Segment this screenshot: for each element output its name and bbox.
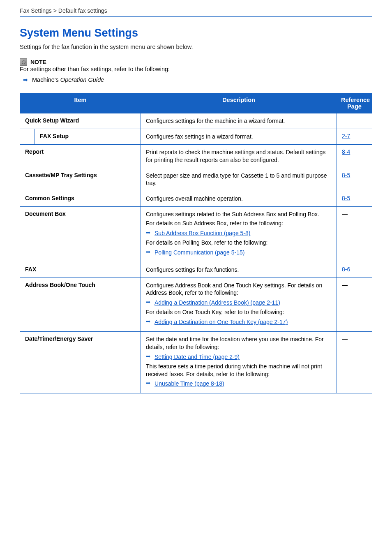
docbox-line1: Configures settings related to the Sub A…	[146, 210, 332, 218]
desc-quick-setup: Configures settings for the machine in a…	[141, 113, 337, 129]
settings-table: Item Description Reference Page Quick Se…	[20, 93, 372, 393]
table-row: Cassette/MP Tray Settings Select paper s…	[20, 168, 372, 191]
item-docbox: Document Box	[20, 207, 141, 262]
item-common: Common Settings	[20, 191, 141, 207]
note-icon	[20, 58, 27, 66]
link-sub-address-box[interactable]: Sub Address Box Function (page 5-8)	[154, 229, 250, 237]
table-row: Date/Timer/Energy Saver Set the date and…	[20, 332, 372, 393]
docbox-line3: For details on Polling Box, refer to the…	[146, 239, 332, 247]
desc-fax-setup: Configures fax settings in a wizard form…	[141, 129, 337, 144]
item-fax-setup: FAX Setup	[35, 129, 141, 144]
docbox-line2: For details on Sub Address Box, refer to…	[146, 220, 332, 227]
link-ref-8-5b[interactable]: 8-5	[342, 195, 350, 201]
arrow-icon: ➡	[23, 76, 28, 83]
table-row: Document Box Configures settings related…	[20, 207, 372, 262]
item-quick-setup: Quick Setup Wizard	[20, 113, 141, 129]
arrow-icon: ➡	[146, 229, 150, 236]
datetime-line1: Set the date and time for the location w…	[146, 335, 332, 351]
arrow-icon: ➡	[146, 299, 150, 306]
arrow-icon: ➡	[146, 380, 150, 387]
ref-report: 8-4	[337, 144, 372, 168]
arrow-icon: ➡	[146, 353, 150, 360]
breadcrumb: Fax Settings > Default fax settings	[20, 7, 372, 16]
ref-quick-setup: —	[337, 113, 372, 129]
ref-docbox: —	[337, 207, 372, 262]
link-ref-8-6[interactable]: 8-6	[342, 266, 350, 273]
link-add-destination-onetouch[interactable]: Adding a Destination on One Touch Key (p…	[154, 318, 288, 326]
guide-reference: Machine's Operation Guide	[32, 76, 104, 83]
item-fax: FAX	[20, 262, 141, 278]
guide-italic: Operation Guide	[60, 76, 104, 83]
link-setting-date-time[interactable]: Setting Date and Time (page 2-9)	[154, 353, 240, 361]
arrow-icon: ➡	[146, 249, 150, 256]
link-ref-2-7[interactable]: 2-7	[342, 133, 350, 139]
divider	[20, 16, 372, 17]
desc-fax: Configures settings for fax functions.	[141, 262, 337, 278]
link-ref-8-4[interactable]: 8-4	[342, 148, 350, 155]
desc-addrbook: Configures Address Book and One Touch Ke…	[141, 278, 337, 331]
link-unusable-time[interactable]: Unusable Time (page 8-18)	[154, 380, 224, 388]
ref-common: 8-5	[337, 191, 372, 207]
guide-prefix: Machine's	[32, 76, 60, 83]
desc-docbox: Configures settings related to the Sub A…	[141, 207, 337, 262]
datetime-line2: This feature sets a time period during w…	[146, 363, 332, 378]
intro-text: Settings for the fax function in the sys…	[20, 44, 372, 50]
desc-report: Print reports to check the machine setti…	[141, 144, 337, 168]
table-row: FAX Configures settings for fax function…	[20, 262, 372, 278]
header-description: Description	[141, 93, 337, 113]
note-text: For settings other than fax settings, re…	[20, 66, 372, 72]
ref-cassette: 8-5	[337, 168, 372, 191]
link-add-destination-book[interactable]: Adding a Destination (Address Book) (pag…	[154, 299, 280, 307]
desc-cassette: Select paper size and media type for Cas…	[141, 168, 337, 191]
table-row: Quick Setup Wizard Configures settings f…	[20, 113, 372, 129]
link-ref-8-5a[interactable]: 8-5	[342, 172, 350, 178]
header-reference: Reference Page	[337, 93, 372, 113]
link-polling-comm[interactable]: Polling Communication (page 5-15)	[154, 249, 244, 257]
table-row: Common Settings Configures overall machi…	[20, 191, 372, 207]
table-row: Address Book/One Touch Configures Addres…	[20, 278, 372, 331]
note-label: NOTE	[30, 59, 46, 65]
ref-addrbook: —	[337, 278, 372, 331]
ref-datetime: —	[337, 332, 372, 393]
ref-fax-setup: 2-7	[337, 129, 372, 144]
page-title: System Menu Settings	[20, 27, 372, 39]
item-indent	[20, 129, 35, 144]
desc-datetime: Set the date and time for the location w…	[141, 332, 337, 393]
item-cassette: Cassette/MP Tray Settings	[20, 168, 141, 191]
item-addrbook: Address Book/One Touch	[20, 278, 141, 331]
desc-common: Configures overall machine operation.	[141, 191, 337, 207]
addrbook-line2: For details on One Touch Key, refer to t…	[146, 308, 332, 316]
arrow-icon: ➡	[146, 318, 150, 325]
ref-fax: 8-6	[337, 262, 372, 278]
header-item: Item	[20, 93, 141, 113]
addrbook-line1: Configures Address Book and One Touch Ke…	[146, 282, 332, 297]
table-row: FAX Setup Configures fax settings in a w…	[20, 129, 372, 144]
item-report: Report	[20, 144, 141, 168]
item-datetime: Date/Timer/Energy Saver	[20, 332, 141, 393]
table-row: Report Print reports to check the machin…	[20, 144, 372, 168]
